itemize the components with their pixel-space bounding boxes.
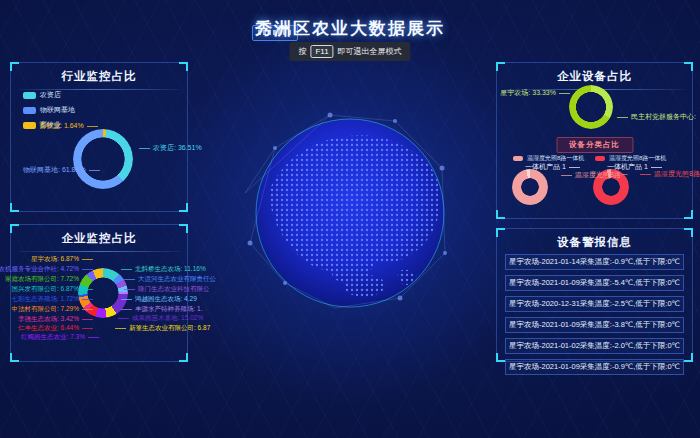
device-class-callouts: 温湿度光照8路一体机 温湿度光照8路一体机 一体机产品 1温湿度光照8路一一体机…	[497, 63, 692, 218]
legend-item[interactable]: 温湿度光照8路一体机	[513, 154, 584, 163]
corner-accent	[10, 224, 19, 233]
corner-accent	[496, 353, 505, 362]
panel-industry-monitor: 行业监控占比 农资店物联网基地畜牧业 畜牧业: 1.64%农资店: 36.51%…	[10, 62, 188, 212]
title-underline	[18, 251, 180, 252]
chart-callout: 成果园苗木基地: 15.02%	[118, 314, 203, 322]
legend-item[interactable]: 物联网基地	[23, 105, 75, 115]
panel-title-enterprise: 企业监控占比	[11, 225, 187, 246]
corner-accent	[684, 353, 693, 362]
legend-swatch	[23, 92, 36, 99]
chart-callout: 隆门生态农业科技有限公	[124, 285, 210, 293]
panel-enterprise-equipment: 企业设备占比 设备分类占比 温湿度光照8路一体机 温湿度光照8路一体机 一体机产…	[496, 62, 693, 219]
corner-accent	[10, 203, 19, 212]
legend-swatch	[595, 156, 605, 161]
panel-title-alarms: 设备警报信息	[497, 229, 692, 250]
tooltip-suffix: 即可退出全屏模式	[338, 46, 402, 57]
chart-callout: 温湿度光照8路一	[640, 170, 700, 178]
chart-callout: 农机服务专业合作社: 4.72%	[0, 265, 93, 273]
chart-callout: 北斜桥生态农场: 11.16%	[121, 265, 206, 273]
chart-callout: 大运河生态农业有限责任公	[124, 275, 216, 283]
corner-accent	[10, 353, 19, 362]
chart-callout: 仁丰生态农业: 6.44%	[18, 324, 93, 332]
globe-svg	[230, 93, 470, 333]
chart-callout: 七彩生态养殖场: 1.72%	[11, 295, 93, 303]
chart-callout: 国兴发有限公司: 6.87%	[11, 285, 93, 293]
corner-accent	[179, 224, 188, 233]
alarm-row: 星宇农场-2021-01-02采集温度:-2.0℃,低于下限:0℃	[505, 338, 684, 354]
alarm-row: 星宇农场-2020-12-31采集温度:-2.5℃,低于下限:0℃	[505, 296, 684, 312]
chart-callout: 李强生态农场: 3.42%	[18, 315, 93, 323]
alarm-row: 星宇农场-2021-01-09采集温度:-5.4℃,低于下限:0℃	[505, 275, 684, 291]
panel-enterprise-monitor: 企业监控占比 星宇农场: 6.87%农机服务专业合作社: 4.72%家庭农场有限…	[10, 224, 188, 362]
corner-accent	[496, 228, 505, 237]
industry-donut-chart[interactable]	[73, 129, 133, 189]
f11-keycap: F11	[310, 45, 333, 58]
chart-callout: 民主村党群服务中心:	[617, 113, 696, 121]
chart-callout: 物联网基地: 61.85%	[23, 166, 100, 174]
legend-swatch	[23, 107, 36, 114]
chart-callout: 星宇农场: 6.87%	[31, 255, 93, 263]
legend-label: 物联网基地	[40, 105, 75, 115]
panel-device-alarms: 设备警报信息 星宇农场-2021-01-14采集温度:-0.9℃,低于下限:0℃…	[496, 228, 693, 362]
panel-title-industry: 行业监控占比	[11, 63, 187, 84]
legend-swatch	[23, 122, 36, 129]
chart-callout: 温湿度光照8路一	[561, 171, 628, 179]
alarm-row: 星宇农场-2021-01-09采集温度:-3.8℃,低于下限:0℃	[505, 317, 684, 333]
dashboard-stage: 秀洲区农业大数据展示 按 F11 即可退出全屏模式 行业监控占比 农资店物联网基…	[0, 0, 700, 438]
device-right-legend: 温湿度光照8路一体机	[595, 154, 666, 163]
chart-callout: 红梅园生态农业: 7.3%	[21, 333, 99, 341]
globe-visualization	[230, 93, 470, 333]
alarm-row: 星宇农场-2021-01-14采集温度:-0.9℃,低于下限:0℃	[505, 254, 684, 270]
chart-callout: 一体机产品 1	[525, 163, 580, 171]
chart-callout: 畜牧业: 1.64%	[39, 122, 98, 130]
chart-callout: 中法村有限公司: 7.29%	[11, 305, 93, 313]
page-title: 秀洲区农业大数据展示	[0, 17, 700, 40]
chart-callout: 家庭农场有限公司: 7.72%	[5, 275, 93, 283]
chart-callout: 丰源水产特种养殖场: 1.	[121, 305, 203, 313]
chart-callout: 星宇农场: 33.33%	[500, 89, 570, 97]
corner-accent	[179, 353, 188, 362]
corner-accent	[179, 203, 188, 212]
corner-accent	[10, 62, 19, 71]
corner-accent	[179, 62, 188, 71]
chart-callout: 农资店: 36.51%	[139, 144, 202, 152]
device-left-donut-chart[interactable]	[512, 169, 548, 205]
legend-label: 温湿度光照8路一体机	[609, 154, 666, 163]
tooltip-prefix: 按	[298, 46, 306, 57]
chart-callout: 鸿越园生态农场: 4.29	[121, 295, 197, 303]
fullscreen-tooltip: 按 F11 即可退出全屏模式	[289, 42, 410, 61]
device-left-legend: 温湿度光照8路一体机	[513, 154, 584, 163]
alarm-row: 星宇农场-2021-01-09采集温度:-0.9℃,低于下限:0℃	[505, 359, 684, 375]
legend-item[interactable]: 温湿度光照8路一体机	[595, 154, 666, 163]
corner-accent	[684, 228, 693, 237]
legend-label: 温湿度光照8路一体机	[527, 154, 584, 163]
legend-item[interactable]: 农资店	[23, 90, 75, 100]
legend-swatch	[513, 156, 523, 161]
legend-label: 农资店	[40, 90, 61, 100]
alarm-list: 星宇农场-2021-01-14采集温度:-0.9℃,低于下限:0℃星宇农场-20…	[505, 254, 684, 375]
chart-callout: 新篁生态农业有限公司: 6.87	[115, 324, 210, 332]
